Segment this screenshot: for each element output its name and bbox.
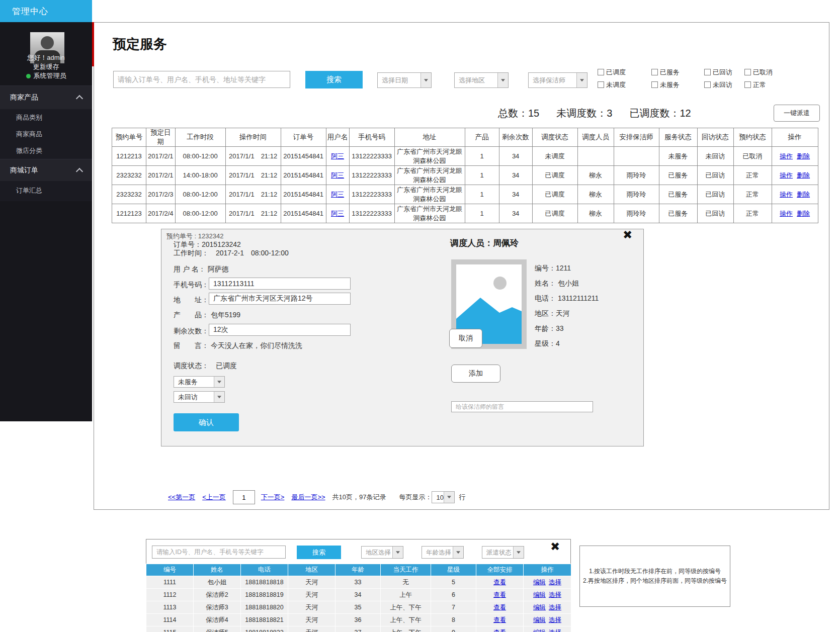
edit-link[interactable]: 编辑 [533,629,546,632]
edit-link[interactable]: 编辑 [533,579,546,586]
keyword-search-input[interactable] [113,71,290,88]
edit-link[interactable]: 编辑 [533,591,546,598]
filter-checkbox-label: 未回访 [713,80,732,89]
view-link[interactable]: 查看 [493,579,506,586]
select-link[interactable]: 选择 [549,604,561,611]
first-page-link[interactable]: <<第一页 [168,493,195,502]
operate-link[interactable]: 操作 [780,171,793,179]
cleaner-select[interactable]: 选择保洁师 [528,72,587,88]
select-link[interactable]: 选择 [549,616,561,623]
modal-dispatch-select[interactable]: 派遣状态 [482,546,524,559]
staff-note-input[interactable] [451,401,593,412]
modal-age-select[interactable]: 年龄选择 [422,546,464,559]
cleaner-search-button[interactable]: 搜索 [297,546,341,559]
column-header: 剩余次数 [499,128,532,147]
cell-link[interactable]: 阿三 [331,210,344,217]
staff-info: 编号：1211 姓名： 包小姐 电话： 13112111211 地区：天河 年龄… [535,260,599,351]
column-header: 安排保洁师 [614,128,659,147]
detail-phone-input[interactable] [209,278,351,290]
view-link[interactable]: 查看 [493,616,506,623]
visit-status-select[interactable]: 未回访 [174,391,225,403]
filter-checkbox[interactable]: 已回访 [704,68,744,77]
cleaner-table: 编号姓名电话地区年龄当天工作星级全部安排操作1111包小姐18818818818… [146,564,571,632]
row-actions: 操作删除 [772,204,818,223]
section-label: 商家产品 [10,93,38,102]
filter-checkbox-label: 正常 [753,80,766,89]
delete-link[interactable]: 删除 [797,210,810,217]
column-header: 地区 [288,564,335,576]
operate-link[interactable]: 操作 [780,210,793,217]
detail-dispatch-status: 调度状态： 已调度 [174,362,237,371]
filter-checkbox[interactable]: 已服务 [651,68,704,77]
table-row: 12121232017/2/408:00-12:002017/1/1 21:12… [112,204,818,223]
last-page-link[interactable]: 最后一页>> [291,493,325,502]
checkbox-icon[interactable] [744,81,751,88]
edit-link[interactable]: 编辑 [533,604,546,611]
add-button[interactable]: 添加 [451,365,500,383]
filter-checkbox-label: 已取消 [753,68,773,77]
checkbox-icon[interactable] [704,69,711,75]
close-icon[interactable]: ✖ [550,541,560,553]
sidebar-item-merchant-goods[interactable]: 商家商品 [0,126,92,142]
delete-link[interactable]: 删除 [797,152,810,160]
prev-page-link[interactable]: <上一页 [202,493,226,502]
close-icon[interactable]: ✖ [623,229,632,241]
operate-link[interactable]: 操作 [780,191,793,198]
sidebar-section-orders[interactable]: 商城订单 [0,159,92,181]
checkbox-icon[interactable] [651,81,658,88]
sidebar-item-product-category[interactable]: 商品类别 [0,109,92,126]
cell-link[interactable]: 阿三 [331,191,344,198]
cancel-button[interactable]: 取消 [449,329,482,348]
operate-link[interactable]: 操作 [780,152,793,160]
filter-checkbox[interactable]: 已调度 [598,68,651,77]
select-link[interactable]: 选择 [549,629,561,632]
edit-link[interactable]: 编辑 [533,616,546,623]
note-line-2: 2.再按地区排序，同个地区排序前面，同等级的按编号 [583,576,727,586]
select-link[interactable]: 选择 [549,579,561,586]
sidebar-section-products[interactable]: 商家产品 [0,85,92,109]
sidebar-item-order-summary[interactable]: 订单汇总 [0,181,92,200]
view-link[interactable]: 查看 [493,591,506,598]
checkbox-icon[interactable] [598,69,604,75]
filter-checkbox[interactable]: 未回访 [704,80,744,89]
select-link[interactable]: 选择 [549,591,561,598]
checkbox-icon[interactable] [704,81,711,88]
next-page-link[interactable]: 下一页> [261,493,285,502]
delete-link[interactable]: 删除 [797,191,810,198]
status-filter-grid: 已调度未调度已服务未服务已回访未回访已取消正常 [598,66,785,91]
modal-region-select[interactable]: 地区选择 [361,546,403,559]
filter-checkbox[interactable]: 已取消 [744,68,785,77]
detail-work-time: 工作时间： 2017-2-1 08:00-12:00 [174,249,289,258]
checkbox-icon[interactable] [744,69,751,75]
filter-checkbox[interactable]: 未服务 [651,80,704,89]
note-line-1: 1.按该工作时段无工作排序在前，同等级的按编号 [589,567,721,576]
filter-checkbox[interactable]: 未调度 [598,80,651,89]
region-select[interactable]: 选择地区 [454,72,509,88]
checkbox-icon[interactable] [598,81,604,88]
pagination: <<第一页 <上一页 下一页> 最后一页>> 共10页，97条记录 每页显示： … [168,491,465,504]
detail-remaining-input[interactable] [209,324,351,336]
sidebar-subitems-products: 商品类别 商家商品 微店分类 [0,109,92,159]
cell-link[interactable]: 阿三 [331,171,344,179]
view-link[interactable]: 查看 [493,629,506,632]
search-button[interactable]: 搜索 [305,71,363,88]
per-page-label: 每页显示： [399,493,432,502]
delete-link[interactable]: 删除 [797,171,810,179]
filter-checkbox[interactable]: 正常 [744,80,785,89]
refresh-cache-link[interactable]: 更新缓存 [0,62,92,71]
view-link[interactable]: 查看 [493,604,506,611]
date-select[interactable]: 选择日期 [377,72,432,88]
one-click-dispatch-button[interactable]: 一键派遣 [774,105,820,122]
caret-down-icon [513,547,524,558]
cleaner-search-input[interactable] [152,546,286,559]
detail-address-input[interactable] [209,293,351,305]
section-label: 商城订单 [10,166,38,175]
sidebar-item-microstore-category[interactable]: 微店分类 [0,142,92,159]
cell-link[interactable]: 阿三 [331,152,344,160]
confirm-button[interactable]: 确认 [174,413,239,431]
service-status-select[interactable]: 未服务 [174,376,225,388]
column-header: 调度状态 [532,128,577,147]
checkbox-icon[interactable] [651,69,658,75]
page-number-input[interactable] [233,490,255,504]
per-page-select[interactable]: 10 [432,491,455,503]
